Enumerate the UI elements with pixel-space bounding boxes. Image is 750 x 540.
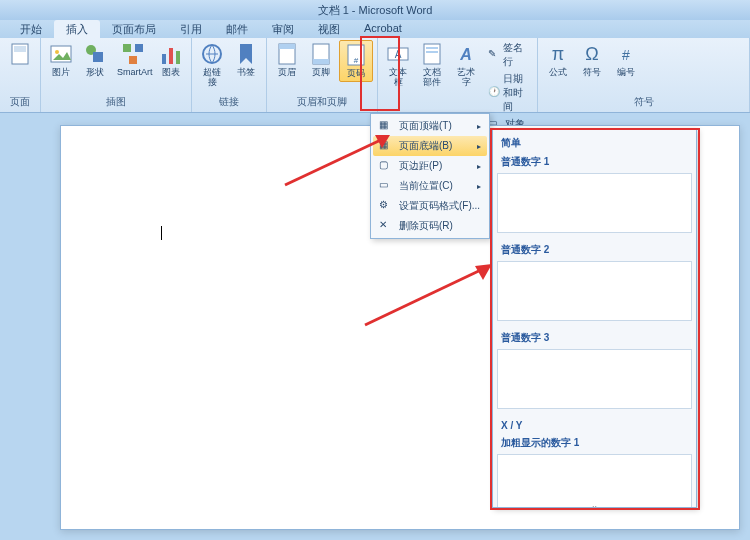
equation-icon: π: [546, 42, 570, 66]
window-title: 文档 1 - Microsoft Word: [318, 3, 433, 18]
gallery-preview-2[interactable]: [497, 261, 692, 321]
quick-parts-button[interactable]: 文档部件: [416, 40, 448, 90]
cover-page-icon: [8, 42, 32, 66]
menu-item-format[interactable]: ⚙ 设置页码格式(F)...: [373, 196, 487, 216]
page-number-icon: #: [344, 43, 368, 67]
textbox-icon: A: [386, 42, 410, 66]
bookmark-button[interactable]: 书签: [230, 40, 262, 80]
footer-button[interactable]: 页脚: [305, 40, 337, 80]
page-margin-icon: ▢: [379, 159, 393, 173]
gallery-item-label: 普通数字 1: [497, 153, 692, 171]
number-icon: #: [614, 42, 638, 66]
hyperlink-icon: [200, 42, 224, 66]
header-icon: [275, 42, 299, 66]
footer-icon: [309, 42, 333, 66]
chart-icon: [159, 42, 183, 66]
gallery-item-label: 普通数字 2: [497, 241, 692, 259]
gallery-preview-3[interactable]: [497, 349, 692, 409]
symbol-icon: Ω: [580, 42, 604, 66]
tab-acrobat[interactable]: Acrobat: [352, 20, 414, 38]
page-current-icon: ▭: [379, 179, 393, 193]
svg-rect-10: [169, 48, 173, 64]
shapes-button[interactable]: 形状: [79, 40, 111, 80]
group-label-symbols: 符号: [542, 94, 745, 110]
gallery-preview-4[interactable]: ..: [497, 454, 692, 508]
textbox-button[interactable]: A 文本框: [382, 40, 414, 90]
svg-rect-22: [426, 47, 438, 49]
menu-item-margin[interactable]: ▢ 页边距(P) ▸: [373, 156, 487, 176]
equation-button[interactable]: π 公式: [542, 40, 574, 80]
ribbon-tabs: 开始 插入 页面布局 引用 邮件 审阅 视图 Acrobat: [0, 20, 750, 38]
page-number-dropdown: ▦ 页面顶端(T) ▸ ▦ 页面底端(B) ▸ ▢ 页边距(P) ▸ ▭ 当前位…: [370, 113, 490, 239]
svg-text:A: A: [395, 49, 402, 60]
wordart-button[interactable]: A 艺术字: [450, 40, 482, 90]
shapes-icon: [83, 42, 107, 66]
ribbon-group-symbols: π 公式 Ω 符号 # 编号 符号: [538, 38, 750, 112]
quick-parts-icon: [420, 42, 444, 66]
signature-button[interactable]: ✎签名行: [484, 40, 533, 70]
gallery-preview-1[interactable]: [497, 173, 692, 233]
page-number-button[interactable]: # 页码: [339, 40, 373, 82]
chart-button[interactable]: 图表: [155, 40, 187, 80]
ribbon-group-text: A 文本框 文档部件 A 艺术字 ✎签名行 🕐日期和时间 ▭对象 文本: [378, 38, 538, 112]
ribbon-group-header-footer: 页眉 页脚 # 页码 页眉和页脚: [267, 38, 378, 112]
svg-rect-8: [129, 56, 137, 64]
ribbon-group-illustrations: 图片 形状 SmartArt 图表 插图: [41, 38, 192, 112]
svg-rect-7: [135, 44, 143, 52]
svg-point-3: [55, 50, 59, 54]
tab-review[interactable]: 审阅: [260, 20, 306, 38]
format-icon: ⚙: [379, 199, 393, 213]
svg-rect-23: [426, 51, 438, 53]
ribbon: 页面 图片 形状 SmartArt 图表 插图: [0, 38, 750, 113]
svg-text:A: A: [459, 46, 472, 63]
group-label-illustrations: 插图: [45, 94, 187, 110]
ribbon-group-links: 超链接 书签 链接: [192, 38, 267, 112]
gallery-section-simple: 简单: [497, 133, 692, 153]
clock-icon: 🕐: [488, 86, 500, 100]
tab-home[interactable]: 开始: [8, 20, 54, 38]
ribbon-group-pages: 页面: [0, 38, 41, 112]
svg-rect-6: [123, 44, 131, 52]
submenu-arrow-icon: ▸: [477, 162, 481, 171]
tab-view[interactable]: 视图: [306, 20, 352, 38]
svg-rect-9: [162, 54, 166, 64]
gallery-item-label: 加粗显示的数字 1: [497, 434, 692, 452]
picture-button[interactable]: 图片: [45, 40, 77, 80]
date-time-button[interactable]: 🕐日期和时间: [484, 71, 533, 115]
svg-rect-5: [93, 52, 103, 62]
menu-item-bottom[interactable]: ▦ 页面底端(B) ▸: [373, 136, 487, 156]
submenu-arrow-icon: ▸: [477, 122, 481, 131]
page-bottom-icon: ▦: [379, 139, 393, 153]
smartart-icon: [121, 42, 145, 66]
menu-item-remove[interactable]: ✕ 删除页码(R): [373, 216, 487, 236]
svg-rect-11: [176, 51, 180, 64]
svg-text:Ω: Ω: [585, 44, 598, 64]
gallery-item-label: 普通数字 3: [497, 329, 692, 347]
bookmark-icon: [234, 42, 258, 66]
menu-item-top[interactable]: ▦ 页面顶端(T) ▸: [373, 116, 487, 136]
number-button[interactable]: # 编号: [610, 40, 642, 80]
group-label-header-footer: 页眉和页脚: [271, 94, 373, 110]
tab-references[interactable]: 引用: [168, 20, 214, 38]
menu-item-current[interactable]: ▭ 当前位置(C) ▸: [373, 176, 487, 196]
tab-page-layout[interactable]: 页面布局: [100, 20, 168, 38]
smartart-button[interactable]: SmartArt: [113, 40, 153, 80]
group-label-pages: 页面: [4, 94, 36, 110]
submenu-arrow-icon: ▸: [477, 142, 481, 151]
symbol-button[interactable]: Ω 符号: [576, 40, 608, 80]
svg-text:π: π: [552, 44, 564, 64]
svg-text:#: #: [622, 47, 630, 63]
picture-icon: [49, 42, 73, 66]
hyperlink-button[interactable]: 超链接: [196, 40, 228, 90]
remove-icon: ✕: [379, 219, 393, 233]
tab-mailings[interactable]: 邮件: [214, 20, 260, 38]
header-button[interactable]: 页眉: [271, 40, 303, 80]
wordart-icon: A: [454, 42, 478, 66]
page-number-gallery[interactable]: 简单 普通数字 1 普通数字 2 普通数字 3 X / Y 加粗显示的数字 1 …: [492, 128, 697, 508]
page-top-icon: ▦: [379, 119, 393, 133]
cover-page-button[interactable]: [4, 40, 36, 70]
title-bar: 文档 1 - Microsoft Word: [0, 0, 750, 20]
tab-insert[interactable]: 插入: [54, 20, 100, 38]
submenu-arrow-icon: ▸: [477, 182, 481, 191]
gallery-section-xy: X / Y: [497, 417, 692, 434]
